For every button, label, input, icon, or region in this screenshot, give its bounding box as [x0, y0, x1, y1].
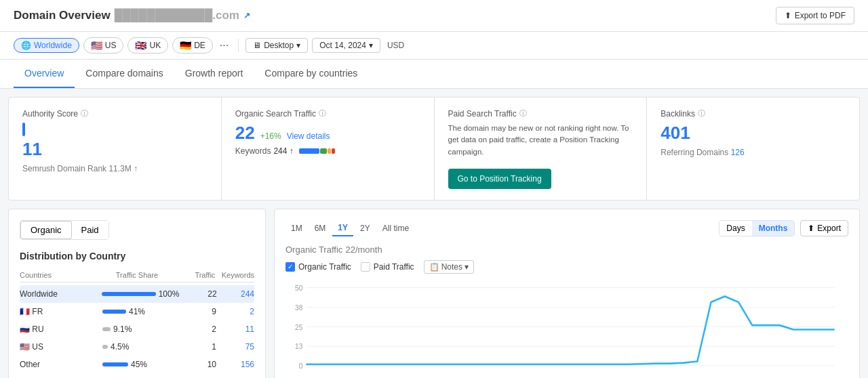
- more-countries-button[interactable]: ···: [217, 39, 231, 51]
- us-filter[interactable]: 🇺🇸 US: [83, 37, 124, 54]
- backlinks-card: Backlinks ⓘ 401 Referring Domains 126: [647, 98, 859, 200]
- info-icon[interactable]: ⓘ: [519, 108, 527, 119]
- table-header: Countries Traffic Share Traffic Keywords: [20, 268, 254, 282]
- chart-area: 50 38 25 13 0: [285, 280, 848, 378]
- chart-export-button[interactable]: ⬆ Export: [800, 220, 848, 236]
- info-icon[interactable]: ⓘ: [698, 108, 705, 119]
- notes-button[interactable]: 📋 Notes ▾: [424, 260, 474, 274]
- device-dropdown[interactable]: 🖥 Desktop ▾: [245, 38, 308, 53]
- uk-filter[interactable]: 🇬🇧 UK: [127, 37, 168, 54]
- days-button[interactable]: Days: [719, 221, 751, 236]
- paid-traffic-legend[interactable]: Paid Traffic: [361, 262, 414, 272]
- authority-score-card: Authority Score ⓘ 11 Semrush Domain Rank…: [9, 98, 222, 200]
- country-ru: 🇷🇺 RU: [20, 324, 96, 334]
- view-details-link[interactable]: View details: [287, 131, 330, 141]
- traffic-ru: 2: [178, 324, 216, 334]
- distribution-title: Distribution by Country: [20, 251, 254, 261]
- months-button[interactable]: Months: [752, 221, 795, 236]
- filter-bar: 🌐 Worldwide 🇺🇸 US 🇬🇧 UK 🇩🇪 DE ··· 🖥 Desk…: [0, 32, 868, 60]
- chart-svg: 50 38 25 13 0: [285, 280, 848, 378]
- domain-overview-label: Domain Overview: [14, 9, 111, 22]
- keywords-fr: 2: [216, 307, 254, 316]
- keywords-bar: Keywords 244 ↑: [235, 146, 420, 156]
- chevron-down-icon: ▾: [369, 41, 373, 50]
- tab-compare-domains[interactable]: Compare domains: [75, 60, 174, 88]
- time-btn-2y[interactable]: 2Y: [355, 220, 376, 236]
- metrics-row: Authority Score ⓘ 11 Semrush Domain Rank…: [8, 97, 860, 201]
- chart-title: Organic Traffic 22/month: [285, 243, 848, 255]
- traffic-share-us: 4.5%: [96, 342, 178, 352]
- traffic-bar: [102, 362, 128, 366]
- col-header-countries: Countries: [20, 271, 98, 279]
- chevron-down-icon: ▾: [296, 41, 300, 50]
- traffic-us: 1: [178, 342, 216, 352]
- paid-message: The domain may be new or not ranking rig…: [448, 123, 633, 158]
- keywords-other: 156: [216, 360, 254, 369]
- organic-traffic-card: Organic Search Traffic ⓘ 22 +16% View de…: [222, 98, 435, 200]
- time-btn-all[interactable]: All time: [377, 220, 414, 236]
- us-flag: 🇺🇸: [91, 40, 102, 51]
- svg-text:50: 50: [295, 284, 302, 291]
- organic-growth: +16%: [260, 131, 281, 141]
- table-row: 🇺🇸 US 4.5% 1 75: [20, 338, 254, 356]
- table-row: Other 45% 10 156: [20, 356, 254, 373]
- info-icon[interactable]: ⓘ: [81, 108, 88, 119]
- traffic-bar: [102, 292, 156, 296]
- tab-growth-report[interactable]: Growth report: [174, 60, 254, 88]
- keywords-label: Keywords: [235, 146, 271, 156]
- tab-overview[interactable]: Overview: [14, 60, 75, 88]
- worldwide-filter[interactable]: 🌐 Worldwide: [14, 38, 79, 53]
- domain-title: Domain Overview ████████████.com ↗: [14, 9, 250, 22]
- keyword-bar-blue: [299, 148, 319, 154]
- referring-domains: Referring Domains 126: [660, 148, 846, 157]
- chevron-down-icon: ▾: [465, 262, 469, 272]
- nav-tabs: Overview Compare domains Growth report C…: [0, 60, 868, 89]
- paid-toggle-button[interactable]: Paid: [72, 221, 108, 239]
- svg-text:0: 0: [299, 362, 303, 370]
- svg-text:13: 13: [295, 343, 302, 350]
- country-fr: 🇫🇷 FR: [20, 307, 96, 316]
- organic-checkbox[interactable]: ✓: [285, 262, 295, 272]
- desktop-icon: 🖥: [253, 41, 261, 50]
- export-pdf-button[interactable]: ⬆ Export to PDF: [776, 7, 854, 24]
- organic-paid-toggle: Organic Paid: [20, 220, 109, 240]
- right-panel: 1M 6M 1Y 2Y All time Days Months ⬆ Expor…: [274, 209, 860, 378]
- country-worldwide: Worldwide: [20, 289, 95, 299]
- left-panel: Organic Paid Distribution by Country Cou…: [8, 209, 266, 378]
- day-month-toggle: Days Months: [719, 220, 795, 236]
- date-dropdown[interactable]: Oct 14, 2024 ▾: [312, 38, 380, 53]
- traffic-bar: [102, 310, 126, 314]
- currency-label: USD: [384, 41, 407, 50]
- traffic-other: 10: [178, 360, 216, 369]
- svg-text:25: 25: [295, 323, 302, 331]
- backlinks-value: 401: [660, 123, 846, 144]
- time-btn-1y[interactable]: 1Y: [332, 220, 353, 236]
- tab-compare-countries[interactable]: Compare by countries: [254, 60, 368, 88]
- authority-bar: [22, 123, 208, 136]
- de-filter[interactable]: 🇩🇪 DE: [172, 37, 213, 54]
- table-row: 🇫🇷 FR 41% 9 2: [20, 303, 254, 320]
- go-to-position-tracking-button[interactable]: Go to Position Tracking: [448, 169, 551, 189]
- main-content: Organic Paid Distribution by Country Cou…: [8, 209, 860, 378]
- traffic-share-other: 45%: [96, 360, 178, 369]
- svg-text:38: 38: [295, 303, 302, 311]
- organic-toggle-button[interactable]: Organic: [20, 221, 72, 239]
- country-us: 🇺🇸 US: [20, 342, 96, 352]
- backlinks-label: Backlinks ⓘ: [660, 108, 846, 119]
- keywords-ru: 11: [216, 324, 254, 334]
- domain-name: ████████████.com: [115, 9, 239, 22]
- time-btn-6m[interactable]: 6M: [309, 220, 332, 236]
- traffic-fr: 9: [178, 307, 216, 316]
- referring-domains-value: 126: [731, 148, 745, 157]
- external-link-icon[interactable]: ↗: [243, 11, 250, 20]
- top-bar: Domain Overview ████████████.com ↗ ⬆ Exp…: [0, 0, 868, 32]
- organic-traffic-label: Organic Search Traffic ⓘ: [235, 108, 420, 119]
- time-btn-1m[interactable]: 1M: [285, 220, 308, 236]
- keywords-worldwide: 244: [217, 289, 254, 299]
- organic-traffic-legend[interactable]: ✓ Organic Traffic: [285, 262, 351, 272]
- col-header-traffic-share: Traffic Share: [98, 271, 176, 279]
- paid-checkbox[interactable]: [361, 262, 370, 272]
- info-icon[interactable]: ⓘ: [319, 108, 326, 119]
- export-icon: ⬆: [785, 11, 791, 20]
- table-row: 🇷🇺 RU 9.1% 2 11: [20, 320, 254, 338]
